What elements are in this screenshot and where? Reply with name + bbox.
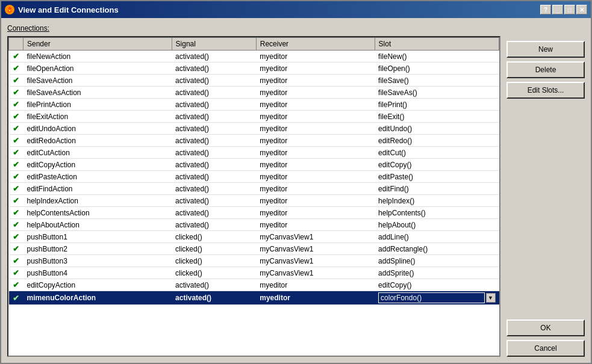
row-check-15: ✔ [9, 231, 23, 243]
table-row[interactable]: ✔fileOpenActionactivated()myeditorfileOp… [9, 63, 499, 75]
row-receiver-12: myeditor [256, 195, 375, 207]
row-signal-9: activated() [172, 159, 256, 171]
row-signal-4: activated() [172, 99, 256, 111]
row-check-17: ✔ [9, 255, 23, 267]
title-bar-left: View and Edit Connections [5, 5, 119, 14]
row-sender-4: filePrintAction [23, 99, 172, 111]
table-row[interactable]: ✔helpIndexActionactivated()myeditorhelpI… [9, 195, 499, 207]
row-receiver-13: myeditor [256, 207, 375, 219]
table-row[interactable]: ✔fileSaveActionactivated()myeditorfileSa… [9, 75, 499, 87]
row-receiver-7: myeditor [256, 135, 375, 147]
table-row[interactable]: ✔editCutActionactivated()myeditoreditCut… [9, 147, 499, 159]
row-check-7: ✔ [9, 135, 23, 147]
row-check-1: ✔ [9, 63, 23, 75]
table-row[interactable]: ✔filePrintActionactivated()myeditorfileP… [9, 99, 499, 111]
row-receiver-10: myeditor [256, 171, 375, 183]
table-header: Sender Signal Receiver Slot [9, 38, 499, 51]
row-signal-18: clicked() [172, 267, 256, 279]
row-slot-20[interactable]: colorFondo()▼ [375, 291, 499, 305]
close-button[interactable]: ✕ [576, 5, 587, 14]
table-row[interactable]: ✔editCopyActionactivated()myeditoreditCo… [9, 279, 499, 291]
row-slot-14: helpAbout() [375, 219, 499, 231]
connections-table: Sender Signal Receiver Slot ✔fileNewActi… [8, 37, 499, 305]
row-receiver-19: myeditor [256, 279, 375, 291]
table-row[interactable]: ✔pushButton4clicked()myCanvasView1addSpr… [9, 267, 499, 279]
row-signal-8: activated() [172, 147, 256, 159]
row-check-5: ✔ [9, 111, 23, 123]
row-check-13: ✔ [9, 207, 23, 219]
col-header-check [9, 38, 23, 51]
row-sender-12: helpIndexAction [23, 195, 172, 207]
right-panel: New Delete Edit Slots... OK Cancel [506, 24, 585, 357]
row-signal-6: activated() [172, 123, 256, 135]
minimize-button[interactable]: _ [552, 5, 563, 14]
table-row[interactable]: ✔editFindActionactivated()myeditoreditFi… [9, 183, 499, 195]
row-check-4: ✔ [9, 99, 23, 111]
delete-button[interactable]: Delete [506, 61, 585, 78]
help-button[interactable]: ? [540, 5, 551, 14]
table-row[interactable]: ✔editPasteActionactivated()myeditoreditP… [9, 171, 499, 183]
row-slot-1: fileOpen() [375, 63, 499, 75]
row-check-2: ✔ [9, 75, 23, 87]
row-receiver-3: myeditor [256, 87, 375, 99]
row-signal-19: activated() [172, 279, 256, 291]
table-row[interactable]: ✔mimenuColorActionactivated()myeditorcol… [9, 291, 499, 305]
maximize-button[interactable]: □ [564, 5, 575, 14]
row-receiver-18: myCanvasView1 [256, 267, 375, 279]
row-slot-15: addLine() [375, 231, 499, 243]
table-row[interactable]: ✔editUndoActionactivated()myeditoreditUn… [9, 123, 499, 135]
row-slot-18: addSprite() [375, 267, 499, 279]
row-check-16: ✔ [9, 243, 23, 255]
table-row[interactable]: ✔helpContentsActionactivated()myeditorhe… [9, 207, 499, 219]
row-sender-0: fileNewAction [23, 51, 172, 63]
row-receiver-11: myeditor [256, 183, 375, 195]
table-row[interactable]: ✔editCopyActionactivated()myeditoreditCo… [9, 159, 499, 171]
table-row[interactable]: ✔pushButton1clicked()myCanvasView1addLin… [9, 231, 499, 243]
connections-table-container[interactable]: Sender Signal Receiver Slot ✔fileNewActi… [7, 36, 500, 357]
row-sender-17: pushButton3 [23, 255, 172, 267]
row-sender-2: fileSaveAction [23, 75, 172, 87]
row-slot-5: fileExit() [375, 111, 499, 123]
row-slot-19: editCopy() [375, 279, 499, 291]
row-check-9: ✔ [9, 159, 23, 171]
row-receiver-14: myeditor [256, 219, 375, 231]
table-row[interactable]: ✔helpAboutActionactivated()myeditorhelpA… [9, 219, 499, 231]
table-row[interactable]: ✔fileExitActionactivated()myeditorfileEx… [9, 111, 499, 123]
row-check-18: ✔ [9, 267, 23, 279]
app-icon [5, 5, 14, 14]
window-title: View and Edit Connections [18, 5, 119, 14]
row-slot-6: editUndo() [375, 123, 499, 135]
slot-dropdown-arrow[interactable]: ▼ [486, 293, 496, 303]
row-sender-10: editPasteAction [23, 171, 172, 183]
ok-button[interactable]: OK [506, 319, 585, 336]
edit-slots-button[interactable]: Edit Slots... [506, 82, 585, 99]
row-check-0: ✔ [9, 51, 23, 63]
table-row[interactable]: ✔fileNewActionactivated()myeditorfileNew… [9, 51, 499, 63]
row-slot-16: addRectangle() [375, 243, 499, 255]
row-sender-3: fileSaveAsAction [23, 87, 172, 99]
table-row[interactable]: ✔editRedoActionactivated()myeditoreditRe… [9, 135, 499, 147]
title-controls: ? _ □ ✕ [540, 5, 587, 14]
row-sender-19: editCopyAction [23, 279, 172, 291]
table-row[interactable]: ✔pushButton2clicked()myCanvasView1addRec… [9, 243, 499, 255]
row-signal-12: activated() [172, 195, 256, 207]
title-bar: View and Edit Connections ? _ □ ✕ [1, 1, 591, 18]
dialog-body: Connections: Sender Signal Receiver Slot… [1, 18, 591, 363]
table-row[interactable]: ✔fileSaveAsActionactivated()myeditorfile… [9, 87, 499, 99]
row-receiver-17: myCanvasView1 [256, 255, 375, 267]
row-check-14: ✔ [9, 219, 23, 231]
row-receiver-15: myCanvasView1 [256, 231, 375, 243]
row-receiver-16: myCanvasView1 [256, 243, 375, 255]
cancel-button[interactable]: Cancel [506, 340, 585, 357]
row-sender-6: editUndoAction [23, 123, 172, 135]
row-receiver-2: myeditor [256, 75, 375, 87]
row-receiver-9: myeditor [256, 159, 375, 171]
table-row[interactable]: ✔pushButton3clicked()myCanvasView1addSpl… [9, 255, 499, 267]
row-check-20: ✔ [9, 291, 23, 305]
row-slot-3: fileSaveAs() [375, 87, 499, 99]
row-signal-0: activated() [172, 51, 256, 63]
new-button[interactable]: New [506, 41, 585, 58]
row-receiver-8: myeditor [256, 147, 375, 159]
row-slot-11: editFind() [375, 183, 499, 195]
row-slot-8: editCut() [375, 147, 499, 159]
